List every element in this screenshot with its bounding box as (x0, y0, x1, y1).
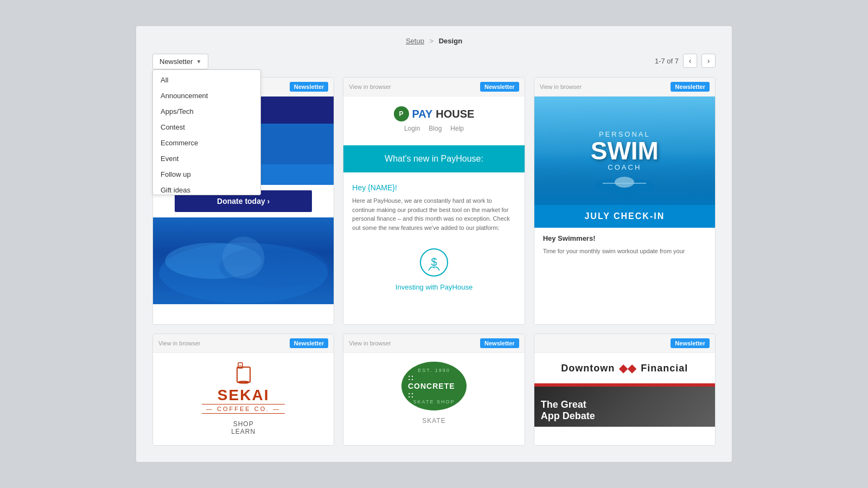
template-card-downtown[interactable]: Newsletter Downtown ◆◆ Financial The Gre… (534, 333, 716, 446)
dropdown-item-all[interactable]: All (153, 72, 260, 88)
pagination-next-button[interactable]: › (701, 54, 716, 68)
newsletter-dropdown-button[interactable]: Newsletter ▼ (152, 54, 208, 69)
card-body-payhouse: P PAYHOUSE Login Blog Help What's new in… (343, 97, 524, 324)
card-badge-3: Newsletter (671, 82, 710, 92)
card-badge-2: Newsletter (480, 82, 519, 92)
card-body-sekai: SEKAI — COFFEE CO. — SHOP LEARN (153, 353, 334, 445)
swimmer-silhouette-icon (581, 167, 668, 200)
card3-greeting: Hey Swimmers! (543, 234, 706, 242)
card2-nav-login: Login (404, 125, 420, 132)
template-card-concrete[interactable]: View in browser Newsletter EST. 1990 :: … (343, 333, 525, 446)
dropdown-label: Newsletter (159, 57, 193, 66)
wave-svg (153, 217, 334, 304)
card2-icon-label: Investing with PayHouse (395, 283, 473, 291)
concrete-nav: SKATE (422, 417, 445, 425)
downtown-name-text: Downtown (561, 363, 615, 374)
payhouse-icon: P (394, 106, 409, 121)
card3-checkin-title: JULY CHECK-IN (543, 211, 706, 221)
svg-point-7 (615, 177, 634, 188)
card-badge-4: Newsletter (290, 338, 329, 348)
sekai-nav-learn: LEARN (231, 428, 256, 435)
payhouse-house: HOUSE (436, 108, 474, 120)
card2-nav: Login Blog Help (404, 121, 464, 136)
sekai-logo: SEKAI — COFFEE CO. — (202, 362, 285, 414)
downtown-header: Downtown ◆◆ Financial (534, 353, 715, 383)
svg-point-3 (222, 237, 265, 279)
dropdown-item-event[interactable]: Event (153, 151, 260, 166)
template-card-sekai[interactable]: View in browser Newsletter SEKAI — COFFE… (152, 333, 334, 446)
main-container: Setup > Design Newsletter ▼ All Announce… (136, 25, 732, 463)
coffee-cup-icon (233, 362, 254, 386)
concrete-est: EST. 1990 (418, 368, 450, 373)
card-body-swim: PERSONAL SWIM COACH JULY CHECK-IN Hey (534, 97, 715, 324)
card3-body-text: Time for your monthly swim workout updat… (543, 247, 706, 256)
toolbar: Newsletter ▼ All Announcement Apps/Tech … (152, 54, 716, 69)
card2-banner: What's new in PayHouse: (343, 145, 524, 172)
card3-checkin-banner: JULY CHECK-IN (534, 205, 715, 228)
card3-hero: PERSONAL SWIM COACH (534, 97, 715, 205)
concrete-badge: EST. 1990 :: CONCRETE :: SKATE SHOP (401, 362, 467, 410)
card-header-2: View in browser Newsletter (343, 78, 524, 97)
card3-swim-text: SWIM (591, 138, 659, 163)
card-body-downtown: Downtown ◆◆ Financial The GreatApp Debat… (534, 353, 715, 445)
card-header-3: View in browser Newsletter (534, 78, 715, 97)
card-view-browser-5: View in browser (349, 340, 391, 346)
card2-content: Hey {NAME}! Here at PayHouse, we are con… (343, 177, 524, 303)
card-header-4: View in browser Newsletter (153, 334, 334, 353)
dropdown-caret-icon: ▼ (196, 59, 201, 65)
concrete-skate-label: SKATE SHOP (413, 399, 455, 404)
dropdown-item-apps-tech[interactable]: Apps/Tech (153, 104, 260, 119)
downtown-financial-text: Financial (641, 363, 688, 374)
card-view-browser-2: View in browser (349, 84, 391, 90)
sekai-subtitle-text: — COFFEE CO. — (202, 404, 285, 414)
dropdown-menu-inner[interactable]: All Announcement Apps/Tech Contest Ecomm… (153, 70, 260, 195)
breadcrumb-current: Design (439, 37, 462, 45)
newsletter-dropdown-wrapper: Newsletter ▼ All Announcement Apps/Tech … (152, 54, 208, 69)
card-view-browser-3: View in browser (540, 84, 582, 90)
downtown-diamond-icon: ◆◆ (619, 362, 636, 375)
sekai-nav: SHOP LEARN (231, 420, 256, 435)
pagination-info: 1-7 of 7 (655, 57, 679, 65)
card2-logo-area: P PAYHOUSE Login Blog Help (343, 97, 524, 141)
dropdown-item-ecommerce[interactable]: Ecommerce (153, 135, 260, 151)
money-bag-icon: $ (418, 246, 450, 279)
downtown-hero-image: The GreatApp Debate (534, 383, 715, 427)
card2-nav-help: Help (450, 125, 464, 132)
card-badge-6: Newsletter (671, 338, 710, 348)
card2-nav-blog: Blog (429, 125, 442, 132)
templates-bottom-grid: View in browser Newsletter SEKAI — COFFE… (152, 333, 716, 446)
concrete-name: :: CONCRETE :: (408, 373, 460, 399)
card-view-browser-4: View in browser (158, 340, 200, 346)
breadcrumb-setup[interactable]: Setup (406, 37, 424, 45)
breadcrumb-separator: > (430, 37, 434, 45)
downtown-accent-bar (534, 383, 715, 387)
card1-wave-image (153, 217, 334, 304)
dropdown-item-announcement[interactable]: Announcement (153, 88, 260, 104)
card2-greeting: Hey {NAME}! (352, 183, 515, 192)
dropdown-item-contest[interactable]: Contest (153, 119, 260, 135)
pagination-prev-button[interactable]: ‹ (683, 54, 697, 68)
card2-icon-area: $ Investing with PayHouse (352, 241, 515, 297)
breadcrumb: Setup > Design (152, 37, 716, 45)
payhouse-logo: P PAYHOUSE (394, 106, 475, 121)
card-header-6: Newsletter (534, 334, 715, 353)
downtown-title: Downtown ◆◆ Financial (543, 362, 706, 375)
card-body-concrete: EST. 1990 :: CONCRETE :: SKATE SHOP SKAT… (343, 353, 524, 445)
template-card-payhouse[interactable]: View in browser Newsletter P PAYHOUSE Lo… (343, 77, 525, 325)
template-card-swim[interactable]: View in browser Newsletter PERSONAL SWIM… (534, 77, 716, 325)
card3-title-area: PERSONAL SWIM COACH (591, 130, 659, 171)
sekai-title-text: SEKAI (218, 388, 270, 403)
svg-text:$: $ (431, 256, 437, 268)
downtown-banner-text: The GreatApp Debate (541, 399, 595, 422)
pagination: 1-7 of 7 ‹ › (655, 54, 716, 68)
card-badge-5: Newsletter (480, 338, 519, 348)
payhouse-pay: PAY (412, 108, 433, 120)
dropdown-menu: All Announcement Apps/Tech Contest Ecomm… (152, 69, 261, 195)
card3-content: Hey Swimmers! Time for your monthly swim… (534, 228, 715, 262)
sekai-nav-shop: SHOP (231, 420, 256, 428)
dropdown-item-follow-up[interactable]: Follow up (153, 166, 260, 182)
dropdown-item-gift-ideas[interactable]: Gift ideas (153, 182, 260, 195)
card-header-5: View in browser Newsletter (343, 334, 524, 353)
card2-body-text: Here at PayHouse, we are constantly hard… (352, 196, 515, 232)
card-badge-1: Newsletter (290, 82, 329, 92)
